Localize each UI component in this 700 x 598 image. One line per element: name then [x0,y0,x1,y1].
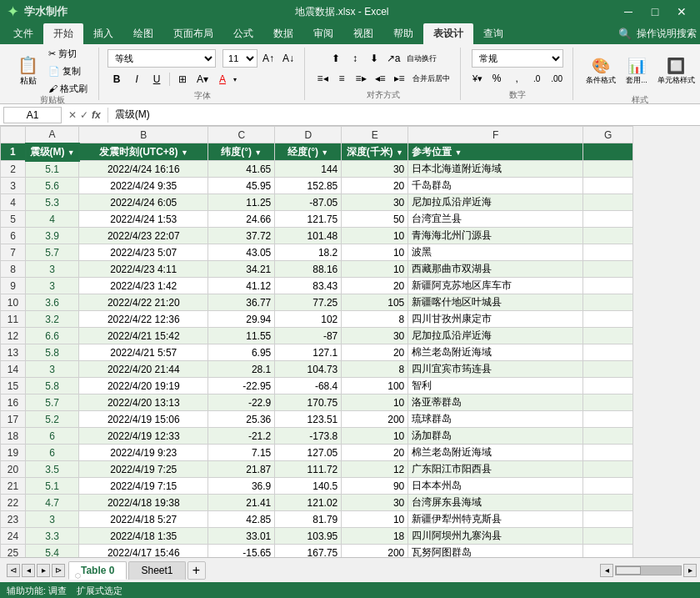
cell-location[interactable]: 新疆喀什地区叶城县 [408,294,583,311]
copy-button[interactable]: 📄 复制 [44,63,92,79]
cell-time[interactable]: 2022/4/18 5:27 [79,511,208,528]
cell-location[interactable]: 琉球群岛 [408,411,583,428]
cell-time[interactable]: 2022/4/18 1:35 [79,528,208,545]
cell-depth[interactable]: 90 [342,478,408,495]
formula-confirm-icon[interactable]: ✓ [80,109,88,121]
cell-lon[interactable]: -87 [275,328,342,344]
scroll-left-btn[interactable]: ◂ [600,564,613,577]
cell-magnitude[interactable]: 3.9 [26,228,79,244]
scroll-thumb[interactable] [616,566,641,575]
cell-lat[interactable]: -21.2 [208,428,275,445]
cell-lat[interactable]: 33.01 [208,528,275,545]
font-size-decrease[interactable]: A↓ [279,49,298,68]
cell-depth[interactable]: 12 [342,461,408,478]
cell-time[interactable]: 2022/4/20 19:19 [79,378,208,394]
cell-time[interactable]: 2022/4/17 15:46 [79,545,208,558]
cell-magnitude[interactable]: 6 [26,445,79,461]
font-color-button[interactable]: A [213,70,232,88]
cell-depth[interactable]: 20 [342,445,408,461]
currency-button[interactable]: ¥▾ [469,69,486,88]
cell-location[interactable]: 青海海北州门源县 [408,228,583,244]
cell-lat[interactable]: 28.1 [208,361,275,378]
cell-magnitude[interactable]: 5.8 [26,344,79,361]
col-header-a[interactable]: A [26,127,79,143]
cell-magnitude[interactable]: 5.8 [26,378,79,394]
border-button[interactable]: ⊞ [173,70,192,88]
cell-lon[interactable]: 121.75 [275,211,342,228]
tab-formula[interactable]: 公式 [223,23,263,44]
cell-depth[interactable]: 20 [342,278,408,294]
tab-help[interactable]: 帮助 [383,23,423,44]
cell-depth[interactable]: 105 [342,294,408,311]
cell-time[interactable]: 2022/4/21 15:42 [79,328,208,344]
cell-lat[interactable]: 21.41 [208,495,275,511]
font-size-increase[interactable]: A↑ [259,49,278,68]
cell-location[interactable]: 四川甘孜州康定市 [408,311,583,328]
cell-depth[interactable]: 10 [342,394,408,411]
cell-time[interactable]: 2022/4/18 19:38 [79,495,208,511]
italic-button[interactable]: I [128,70,146,88]
cell-location[interactable]: 台湾宜兰县 [408,211,583,228]
header-cell-e[interactable]: 深度(千米) ▼ [342,143,408,161]
col-header-d[interactable]: D [275,127,342,143]
cell-lat[interactable]: -15.65 [208,545,275,558]
header-cell-d[interactable]: 经度(°) ▼ [275,143,342,161]
cell-magnitude[interactable]: 5.4 [26,545,79,558]
cell-time[interactable]: 2022/4/23 5:07 [79,244,208,261]
cell-location[interactable]: 瓦努阿图群岛 [408,545,583,558]
tab-file[interactable]: 文件 [3,23,43,44]
cell-lon[interactable]: -173.8 [275,428,342,445]
align-right-button[interactable]: ≡▸ [352,69,370,88]
cell-lon[interactable]: 81.79 [275,511,342,528]
decrease-indent-button[interactable]: ◂≡ [371,69,389,88]
cell-lat[interactable]: 11.55 [208,328,275,344]
cell-magnitude[interactable]: 3.2 [26,311,79,328]
cell-lat[interactable]: 25.36 [208,411,275,428]
cell-depth[interactable]: 10 [342,511,408,528]
cell-time[interactable]: 2022/4/24 16:16 [79,161,208,178]
cell-lat[interactable]: 21.87 [208,461,275,478]
cell-magnitude[interactable]: 3.6 [26,294,79,311]
tab-table-design[interactable]: 表设计 [423,23,473,44]
cell-time[interactable]: 2022/4/19 9:23 [79,445,208,461]
cell-time[interactable]: 2022/4/19 12:33 [79,428,208,445]
col-header-f[interactable]: F [408,127,583,143]
align-center-button[interactable]: ≡ [332,69,351,88]
cell-depth[interactable]: 30 [342,194,408,211]
cell-lat[interactable]: 42.85 [208,511,275,528]
cell-magnitude[interactable]: 6 [26,428,79,445]
cell-depth[interactable]: 10 [342,261,408,278]
cell-magnitude[interactable]: 3 [26,361,79,378]
formula-input[interactable]: 震级(M) [112,107,697,123]
tab-nav-last[interactable]: ⊳ [52,564,65,577]
col-header-b[interactable]: B [79,127,208,143]
tab-view[interactable]: 视图 [343,23,383,44]
orientation-button[interactable]: ↗a [384,49,402,68]
align-bottom-button[interactable]: ⬇ [365,49,383,68]
wrap-text-button[interactable]: 自动换行 [403,49,440,68]
col-header-g[interactable]: G [583,127,633,143]
tab-nav-first[interactable]: ⊲ [7,564,20,577]
decrease-decimal-button[interactable]: .0 [528,69,546,88]
scroll-right-btn[interactable]: ▸ [683,564,697,577]
cell-lon[interactable]: 104.73 [275,361,342,378]
cell-lat[interactable]: 36.77 [208,294,275,311]
bold-button[interactable]: B [108,70,126,88]
tab-nav-prev[interactable]: ◂ [22,564,35,577]
align-middle-button[interactable]: ↕ [346,49,364,68]
cell-time[interactable]: 2022/4/21 5:57 [79,344,208,361]
cell-lon[interactable]: 18.2 [275,244,342,261]
horizontal-scrollbar[interactable] [615,565,682,575]
cell-lat[interactable]: 7.15 [208,445,275,461]
cell-lon[interactable]: 121.02 [275,495,342,511]
align-top-button[interactable]: ⬆ [327,49,345,68]
cell-location[interactable]: 尼加拉瓜沿岸近海 [408,194,583,211]
cell-magnitude[interactable]: 5.7 [26,244,79,261]
cell-depth[interactable]: 30 [342,161,408,178]
cell-magnitude[interactable]: 5.2 [26,411,79,428]
cell-depth[interactable]: 30 [342,328,408,344]
cell-location[interactable]: 波黑 [408,244,583,261]
cell-lat[interactable]: 41.65 [208,161,275,178]
cell-lon[interactable]: 144 [275,161,342,178]
cell-lon[interactable]: 123.51 [275,411,342,428]
